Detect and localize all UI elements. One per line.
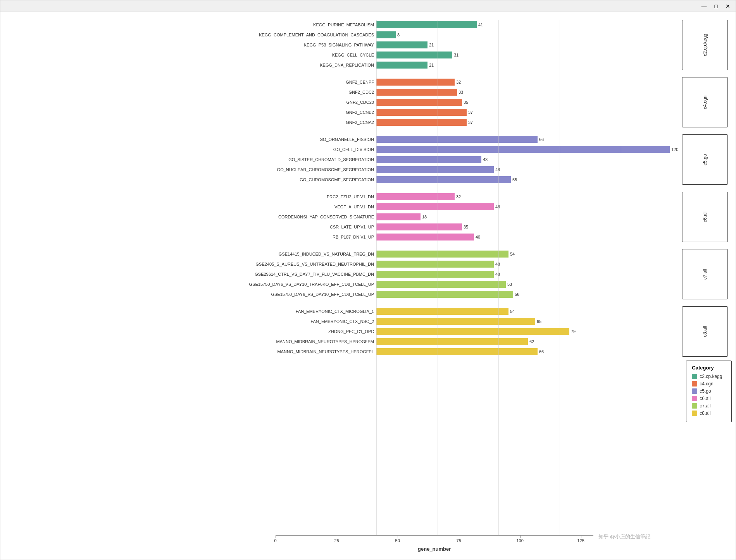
- y-axis-label: GO_CELL_DIVISION: [190, 144, 376, 155]
- bar: [376, 31, 396, 38]
- bar: [376, 223, 462, 230]
- chart-row: KEGG_COMPLEMENT_AND_COAGULATION_CASCADES…: [190, 30, 678, 40]
- chart-row: CORDENONSI_YAP_CONSERVED_SIGNATURE18: [190, 212, 678, 222]
- group-spacer: [190, 70, 678, 77]
- y-axis-label: GSE29614_CTRL_VS_DAY7_TIV_FLU_VACCINE_PB…: [190, 269, 376, 279]
- category-bracket-c2.cp.kegg: c2.cp.kegg: [682, 20, 728, 70]
- y-axis-label: GO_SISTER_CHROMATID_SEGREGATION: [190, 155, 376, 165]
- y-axis-label: GNF2_CCNB2: [190, 107, 376, 117]
- bar: [376, 338, 528, 345]
- y-axis-label: VEGF_A_UP.V1_DN: [190, 202, 376, 212]
- chart-row: KEGG_PURINE_METABOLISM41: [190, 20, 678, 30]
- bar: [376, 99, 462, 106]
- chart-row: MANNO_MIDBRAIN_NEUROTYPES_HPROGFPL66: [190, 347, 678, 357]
- main-window: — □ ✕ KEGG_PURINE_METABOLISM41KEGG_COMPL…: [0, 0, 736, 560]
- legend-item-label: c6.all: [700, 396, 710, 401]
- y-axis-label: CORDENONSI_YAP_CONSERVED_SIGNATURE: [190, 212, 376, 222]
- chart-row: PRC2_EZH2_UP.V1_DN32: [190, 192, 678, 202]
- legend-color-swatch: [692, 403, 697, 409]
- x-tick-label: 100: [516, 538, 523, 543]
- bar: [376, 21, 477, 28]
- bar-value: 40: [476, 235, 480, 239]
- bar-value: 66: [539, 349, 544, 354]
- chart-row: GSE14415_INDUCED_VS_NATURAL_TREG_DN54: [190, 249, 678, 259]
- legend-title: Category: [692, 365, 726, 371]
- legend-item-label: c4.cgn: [700, 381, 713, 387]
- bar: [376, 251, 508, 258]
- legend-item: c2.cp.kegg: [692, 374, 726, 379]
- y-axis-label: GSE2405_S_AUREUS_VS_UNTREATED_NEUTROPHIL…: [190, 259, 376, 269]
- bar-value: 54: [510, 252, 515, 256]
- legend-item-label: c7.all: [700, 403, 710, 409]
- bar-value: 66: [539, 137, 544, 142]
- bar-value: 21: [429, 63, 434, 67]
- legend-item: c5.go: [692, 388, 726, 394]
- bar-value: 48: [495, 262, 500, 266]
- bar-value: 48: [495, 204, 500, 209]
- legend-color-swatch: [692, 396, 697, 401]
- y-axis-label: GO_CHROMOSOME_SEGREGATION: [190, 175, 376, 185]
- chart-row: GNF2_CCNA237: [190, 117, 678, 127]
- bar-value: 65: [537, 319, 541, 324]
- legend-box: Categoryc2.cp.keggc4.cgnc5.goc6.allc7.al…: [686, 361, 732, 422]
- bar: [376, 79, 455, 86]
- bar-value: 21: [429, 43, 434, 47]
- y-axis-label: KEGG_P53_SIGNALING_PATHWAY: [190, 40, 376, 50]
- category-bracket-c8.all: c8.all: [682, 306, 728, 357]
- chart-row: GSE2405_S_AUREUS_VS_UNTREATED_NEUTROPHIL…: [190, 259, 678, 269]
- bar-value: 33: [458, 90, 463, 94]
- chart-row: KEGG_DNA_REPLICATION21: [190, 60, 678, 70]
- bar: [376, 234, 474, 240]
- bar: [376, 41, 427, 48]
- chart-row: GO_CHROMOSOME_SEGREGATION55: [190, 175, 678, 185]
- bar-value: 62: [529, 339, 534, 344]
- bar: [376, 328, 569, 335]
- legend-color-swatch: [692, 374, 697, 379]
- legend-color-swatch: [692, 411, 697, 416]
- chart-row: FAN_EMBRYONIC_CTX_MICROGLIA_154: [190, 306, 678, 316]
- close-button[interactable]: ✕: [723, 3, 733, 9]
- y-axis-label: RB_P107_DN.V1_UP: [190, 232, 376, 242]
- chart-row: GSE29614_CTRL_VS_DAY7_TIV_FLU_VACCINE_PB…: [190, 269, 678, 279]
- bar-value: 55: [512, 177, 517, 182]
- y-axis-label: MANNO_MIDBRAIN_NEUROTYPES_HPROGFPL: [190, 347, 376, 357]
- y-axis-label: MANNO_MIDBRAIN_NEUROTYPES_HPROGFPM: [190, 337, 376, 347]
- y-axis-label: PRC2_EZH2_UP.V1_DN: [190, 192, 376, 202]
- x-axis-title: gene_number: [418, 546, 451, 552]
- content-area: KEGG_PURINE_METABOLISM41KEGG_COMPLEMENT_…: [0, 12, 736, 560]
- x-tick-label: 50: [395, 538, 400, 543]
- chart-row: GO_ORGANELLE_FISSION66: [190, 134, 678, 144]
- bar-value: 32: [456, 80, 461, 84]
- chart-row: MANNO_MIDBRAIN_NEUROTYPES_HPROGFPM62: [190, 337, 678, 347]
- y-axis-label: FAN_EMBRYONIC_CTX_MICROGLIA_1: [190, 306, 376, 316]
- bar: [376, 166, 494, 173]
- y-axis-label: FAN_EMBRYONIC_CTX_NSC_2: [190, 316, 376, 326]
- chart-row: GNF2_CENPF32: [190, 77, 678, 87]
- chart-row: GO_NUCLEAR_CHROMOSOME_SEGREGATION48: [190, 165, 678, 175]
- bar-value: 37: [468, 120, 473, 125]
- y-axis-label: KEGG_CELL_CYCLE: [190, 50, 376, 60]
- legend-color-swatch: [692, 381, 697, 387]
- bar: [376, 271, 494, 278]
- legend-item-label: c2.cp.kegg: [700, 374, 722, 379]
- chart-row: KEGG_P53_SIGNALING_PATHWAY21: [190, 40, 678, 50]
- bar-value: 48: [495, 272, 500, 277]
- maximize-button[interactable]: □: [712, 3, 720, 9]
- bar: [376, 89, 457, 96]
- bar: [376, 348, 538, 355]
- titlebar: — □ ✕: [0, 0, 736, 12]
- minimize-button[interactable]: —: [699, 3, 709, 9]
- category-bracket-c4.cgn: c4.cgn: [682, 77, 728, 127]
- y-axis-label: KEGG_DNA_REPLICATION: [190, 60, 376, 70]
- chart-row: GNF2_CCNB237: [190, 107, 678, 117]
- chart-row: GNF2_CDC2035: [190, 97, 678, 107]
- y-axis-label: GNF2_CENPF: [190, 77, 376, 87]
- bar-value: 53: [507, 282, 512, 287]
- bar: [376, 119, 467, 126]
- y-axis-label: KEGG_COMPLEMENT_AND_COAGULATION_CASCADES: [190, 30, 376, 40]
- right-panel: c2.cp.keggc4.cgnc5.goc6.allc7.allc8.allC…: [678, 20, 732, 552]
- chart-row: CSR_LATE_UP.V1_UP35: [190, 222, 678, 232]
- y-axis-label: GSE15750_DAY6_VS_DAY10_TRAF6KO_EFF_CD8_T…: [190, 279, 376, 289]
- chart-row: GNF2_CDC233: [190, 87, 678, 97]
- legend-item-label: c8.all: [700, 411, 710, 416]
